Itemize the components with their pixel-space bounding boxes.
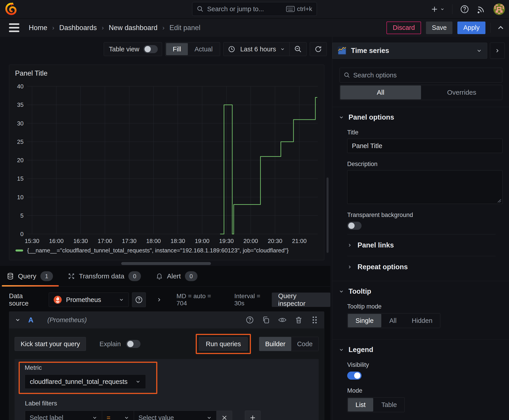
query-header[interactable]: A (Prometheus): [9, 311, 324, 329]
add-filter-button[interactable]: [245, 411, 261, 420]
chart-legend-item[interactable]: {__name__="cloudflared_tunnel_total_requ…: [15, 247, 324, 254]
chevron-down-icon: [206, 415, 212, 420]
panel-links-label: Panel links: [357, 241, 394, 249]
repeat-options-row[interactable]: Repeat options: [347, 256, 495, 279]
breadcrumb-separator: ›: [162, 24, 165, 31]
svg-text:16:00: 16:00: [49, 238, 63, 244]
metric-select[interactable]: cloudflared_tunnel_total_requests: [25, 375, 146, 389]
datasource-picker[interactable]: Prometheus: [49, 292, 129, 307]
svg-text:21:00: 21:00: [292, 238, 307, 244]
operator-dropdown[interactable]: =: [102, 411, 134, 420]
tab-alert[interactable]: Alert 0: [156, 266, 198, 286]
chevron-down-icon: [119, 297, 124, 302]
explain-toggle[interactable]: [126, 340, 140, 348]
description-textarea[interactable]: [347, 170, 502, 204]
tab-count-badge: 0: [128, 271, 141, 281]
chevron-down-icon: [339, 289, 344, 294]
options-search-input[interactable]: Search options: [340, 68, 502, 82]
visualization-picker[interactable]: Time series: [332, 43, 487, 59]
legend-visibility-toggle[interactable]: [347, 372, 362, 380]
divider: [452, 4, 452, 14]
table-view-toggle[interactable]: [144, 45, 158, 53]
tooltip-mode-hidden[interactable]: Hidden: [404, 314, 440, 328]
zoom-out-button[interactable]: [290, 42, 306, 56]
shortcut-text: ctrl+k: [297, 5, 312, 13]
query-section: Query 1 Transform data 0 Alert: [0, 266, 330, 420]
datasource-help-button[interactable]: [132, 292, 146, 307]
toggle-visibility-eye-icon[interactable]: [278, 316, 287, 324]
panel-options-header[interactable]: Panel options: [339, 113, 502, 121]
chevron-down-icon: [476, 48, 482, 54]
tab-overrides[interactable]: Overrides: [421, 85, 502, 100]
run-queries-button[interactable]: Run queries: [199, 337, 248, 351]
title-field-label: Title: [347, 129, 502, 136]
svg-text:18:30: 18:30: [171, 238, 185, 244]
tab-count-badge: 0: [185, 271, 198, 281]
kick-start-query-button[interactable]: Kick start your query: [15, 337, 86, 351]
promql-builder: Metric cloudflared_tunnel_total_requests…: [15, 359, 319, 420]
legend-mode-table[interactable]: Table: [374, 398, 404, 412]
tab-query[interactable]: Query 1: [7, 266, 53, 286]
search-icon: [344, 72, 350, 78]
legend-section: Legend Visibility Mode List Table Placem…: [332, 339, 509, 420]
transparent-background-toggle[interactable]: [347, 222, 362, 230]
horizontal-resize-handle[interactable]: [121, 262, 211, 265]
select-value-dropdown[interactable]: Select value: [134, 411, 217, 420]
section-title: Panel options: [349, 113, 394, 121]
breadcrumb-new-dashboard[interactable]: New dashboard: [109, 24, 158, 32]
series-label: {__name__="cloudflared_tunnel_total_requ…: [27, 247, 289, 254]
query-help-icon[interactable]: [246, 316, 254, 324]
builder-option[interactable]: Builder: [259, 337, 291, 351]
code-option[interactable]: Code: [291, 337, 319, 351]
news-rss-button[interactable]: [477, 5, 486, 14]
apply-button[interactable]: Apply: [457, 22, 486, 34]
tab-label: Query: [18, 272, 36, 280]
chevron-down-icon: [280, 47, 285, 52]
breadcrumb-home[interactable]: Home: [29, 24, 47, 32]
legend-header[interactable]: Legend: [339, 346, 502, 354]
svg-text:0: 0: [20, 231, 23, 237]
discard-button[interactable]: Discard: [387, 22, 421, 34]
collapse-header-button[interactable]: [497, 24, 504, 32]
interval-info: Interval = 30s: [234, 292, 271, 307]
refresh-button[interactable]: [310, 42, 327, 56]
collapse-options-pane-button[interactable]: [490, 43, 505, 59]
panel-links-row[interactable]: Panel links: [347, 234, 495, 256]
visibility-label: Visibility: [347, 361, 502, 368]
legend-mode-list[interactable]: List: [348, 398, 373, 412]
tooltip-mode-single[interactable]: Single: [348, 314, 381, 327]
save-button[interactable]: Save: [426, 22, 452, 34]
fill-option[interactable]: Fill: [166, 43, 188, 55]
new-item-button[interactable]: [431, 5, 445, 13]
breadcrumb-dashboards[interactable]: Dashboards: [59, 24, 97, 32]
query-inspector-button[interactable]: Query inspector: [272, 292, 330, 307]
duplicate-query-icon[interactable]: [262, 316, 270, 324]
table-view-group: Table view: [104, 42, 162, 56]
panel-title-input[interactable]: [347, 139, 502, 153]
grafana-logo-icon[interactable]: [5, 3, 18, 16]
menu-toggle-button[interactable]: [9, 23, 19, 32]
chevron-right-icon: [347, 243, 352, 248]
tab-transform-data[interactable]: Transform data 0: [68, 266, 141, 286]
expand-query-options-button[interactable]: [156, 297, 162, 303]
tooltip-header[interactable]: Tooltip: [339, 287, 502, 295]
time-range-picker[interactable]: Last 6 hours: [224, 42, 289, 56]
svg-text:17:30: 17:30: [122, 238, 137, 244]
remove-filter-button[interactable]: [217, 411, 232, 420]
user-avatar[interactable]: [493, 3, 505, 15]
vertical-scrollbar[interactable]: [327, 178, 328, 253]
select-label-dropdown[interactable]: Select label: [25, 411, 102, 420]
transform-icon: [68, 273, 75, 280]
search-icon: [197, 6, 204, 12]
builder-code-switch: Builder Code: [259, 337, 319, 351]
tab-all[interactable]: All: [340, 85, 421, 99]
tooltip-mode-all[interactable]: All: [382, 314, 404, 328]
actual-option[interactable]: Actual: [188, 43, 220, 55]
delete-query-trash-icon[interactable]: [295, 316, 303, 324]
svg-text:35: 35: [17, 101, 23, 108]
svg-text:5: 5: [20, 212, 23, 219]
global-search-input[interactable]: Search or jump to... ctrl+k: [192, 2, 317, 16]
time-series-chart: 051015202530354015:3016:0016:3017:0017:3…: [9, 81, 324, 247]
drag-handle-icon[interactable]: [311, 316, 319, 324]
help-button[interactable]: [460, 5, 469, 14]
